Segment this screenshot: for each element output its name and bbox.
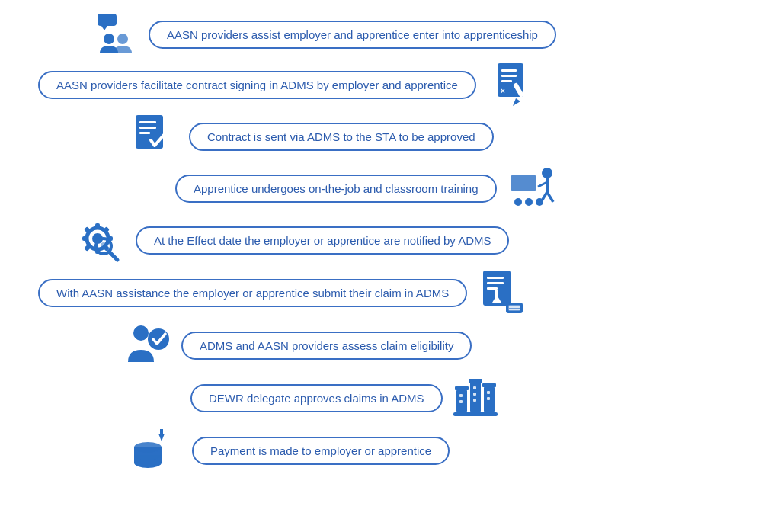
svg-rect-7: [501, 80, 512, 82]
step-row-2: AASN providers facilitate contract signi…: [38, 62, 758, 107]
step3-pill: Contract is sent via ADMS to the STA to …: [189, 123, 494, 151]
step4-text: Apprentice undergoes on-the-job and clas…: [194, 182, 479, 195]
flow-diagram: AASN providers assist employer and appre…: [0, 0, 781, 532]
step3-text: Contract is sent via ADMS to the STA to …: [207, 130, 475, 143]
svg-point-21: [514, 198, 522, 206]
svg-rect-59: [473, 399, 476, 402]
svg-rect-0: [98, 14, 117, 26]
step2-pill: AASN providers facilitate contract signi…: [38, 71, 476, 99]
step-row-7: ADMS and AASN providers assess claim eli…: [122, 322, 758, 368]
svg-rect-61: [487, 397, 490, 400]
svg-rect-12: [139, 121, 156, 123]
svg-rect-42: [495, 290, 498, 298]
step-row-5: At the Effect date the employer or appre…: [72, 217, 758, 263]
step-row-4: Apprentice undergoes on-the-job and clas…: [175, 165, 758, 211]
svg-point-48: [148, 328, 169, 350]
svg-rect-53: [469, 379, 482, 383]
svg-text:×: ×: [501, 87, 505, 95]
step9-text: Payment is made to employer or apprentic…: [210, 444, 431, 457]
svg-rect-69: [160, 429, 163, 436]
svg-line-35: [109, 252, 117, 260]
step-row-6: With AASN assistance the employer or app…: [38, 269, 758, 316]
svg-rect-54: [482, 383, 496, 387]
step-row-8: DEWR delegate approves claims in ADMS: [190, 374, 758, 421]
person-check-icon: [122, 322, 175, 368]
svg-rect-62: [453, 412, 498, 416]
document-download-icon: [476, 269, 528, 316]
step8-text: DEWR delegate approves claims in ADMS: [209, 392, 424, 405]
svg-rect-38: [487, 277, 504, 279]
svg-point-67: [134, 442, 162, 453]
step-row-9: Payment is made to employer or apprentic…: [130, 428, 758, 473]
svg-rect-58: [473, 393, 476, 396]
step5-pill: At the Effect date the employer or appre…: [136, 226, 509, 255]
step1-pill: AASN providers assist employer and appre…: [149, 21, 556, 49]
svg-rect-6: [501, 75, 517, 77]
svg-marker-1: [101, 26, 107, 30]
training-icon: [506, 165, 563, 211]
svg-marker-9: [513, 98, 520, 106]
svg-point-3: [117, 34, 128, 44]
document-check-icon: [130, 114, 183, 159]
people-chat-icon: [91, 14, 141, 56]
step2-text: AASN providers facilitate contract signi…: [56, 79, 458, 91]
building-stack-icon: [452, 374, 507, 421]
svg-point-2: [104, 34, 114, 44]
svg-point-36: [101, 242, 107, 248]
svg-rect-56: [459, 400, 463, 403]
document-pen-icon: ×: [488, 62, 537, 107]
gear-search-icon: [72, 217, 130, 263]
step5-text: At the Effect date the employer or appre…: [154, 234, 491, 247]
step8-pill: DEWR delegate approves claims in ADMS: [190, 384, 443, 412]
svg-point-22: [525, 198, 533, 206]
coins-arrow-icon: [130, 428, 184, 473]
step-row-1: AASN providers assist employer and appre…: [91, 14, 758, 56]
svg-point-47: [133, 325, 149, 341]
step7-text: ADMS and AASN providers assess claim eli…: [200, 339, 453, 352]
step6-pill: With AASN assistance the employer or app…: [38, 279, 467, 307]
svg-rect-14: [139, 132, 150, 134]
svg-point-15: [542, 168, 552, 178]
svg-line-18: [547, 192, 553, 202]
svg-rect-5: [501, 69, 517, 72]
svg-rect-26: [95, 223, 100, 229]
svg-rect-28: [82, 236, 88, 241]
svg-rect-44: [508, 305, 520, 311]
svg-rect-20: [511, 175, 536, 191]
svg-point-23: [536, 198, 543, 206]
step7-pill: ADMS and AASN providers assess claim eli…: [181, 332, 472, 360]
step-row-3: Contract is sent via ADMS to the STA to …: [130, 114, 758, 159]
svg-rect-57: [473, 386, 476, 389]
step6-text: With AASN assistance the employer or app…: [56, 287, 449, 300]
step9-pill: Payment is made to employer or apprentic…: [192, 437, 450, 465]
svg-rect-55: [459, 394, 463, 397]
step1-text: AASN providers assist employer and appre…: [167, 28, 538, 41]
svg-rect-40: [487, 287, 498, 290]
step4-pill: Apprentice undergoes on-the-job and clas…: [175, 175, 497, 203]
svg-rect-13: [139, 127, 156, 129]
svg-rect-60: [487, 391, 490, 394]
svg-rect-39: [487, 282, 504, 284]
svg-rect-52: [455, 386, 469, 390]
